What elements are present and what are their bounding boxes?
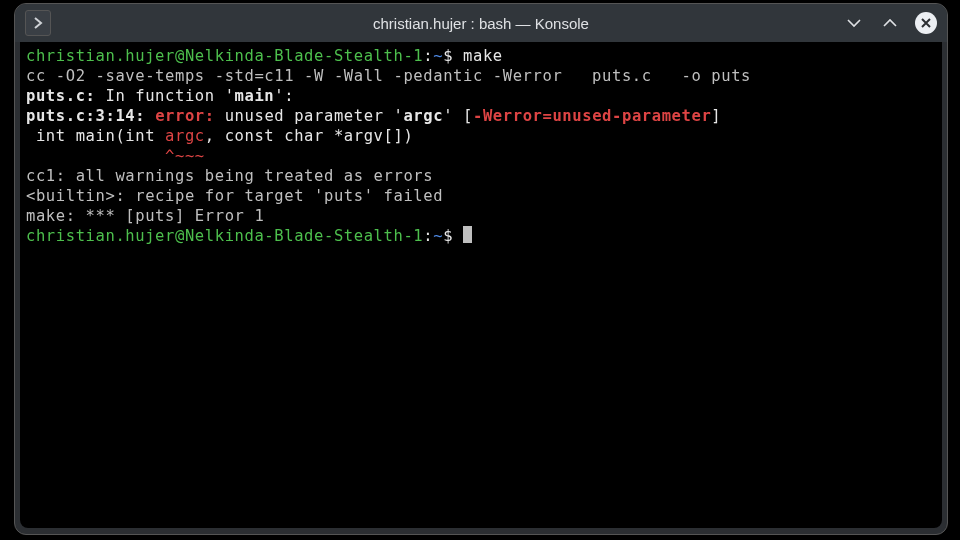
titlebar[interactable]: christian.hujer : bash — Konsole <box>15 4 947 42</box>
close-icon <box>920 17 932 29</box>
window-controls <box>843 12 937 34</box>
src-pre: int main(int <box>26 127 165 145</box>
maximize-button[interactable] <box>879 12 901 34</box>
prompt-dollar: $ <box>443 47 463 65</box>
minimize-button[interactable] <box>843 12 865 34</box>
diag-msg1: unused parameter ' <box>225 107 404 125</box>
diag-infunc-suf: ': <box>274 87 294 105</box>
chevron-up-icon <box>882 15 898 31</box>
konsole-window: christian.hujer : bash — Konsole christi… <box>14 3 948 535</box>
caret-pad <box>26 147 165 165</box>
prompt2-dollar: $ <box>443 227 463 245</box>
close-button[interactable] <box>915 12 937 34</box>
diag-msg2: ' [ <box>443 107 473 125</box>
make-error-line: make: *** [puts] Error 1 <box>26 207 264 225</box>
diag-werror: -Werror=unused-parameter <box>473 107 711 125</box>
builtin-line: <builtin>: recipe for target 'puts' fail… <box>26 187 443 205</box>
caret-marker: ^~~~ <box>165 147 205 165</box>
diag-argc: argc <box>403 107 443 125</box>
prompt-sep: : <box>423 47 433 65</box>
diag-main: main <box>235 87 275 105</box>
cc1-line: cc1: all warnings being treated as error… <box>26 167 433 185</box>
src-post: , const char *argv[]) <box>205 127 414 145</box>
command-make: make <box>463 47 503 65</box>
diag-loc: puts.c:3:14: <box>26 107 155 125</box>
chevron-right-icon <box>33 17 43 29</box>
cursor <box>463 226 472 243</box>
prompt-userhost: christian.hujer@Nelkinda-Blade-Stealth-1 <box>26 47 423 65</box>
diag-error-word: error: <box>155 107 225 125</box>
terminal-viewport[interactable]: christian.hujer@Nelkinda-Blade-Stealth-1… <box>20 42 942 528</box>
src-argc: argc <box>165 127 205 145</box>
prompt2-sep: : <box>423 227 433 245</box>
cc-invocation: cc -O2 -save-temps -std=c11 -W -Wall -pe… <box>26 67 751 85</box>
prompt2-cwd: ~ <box>433 227 443 245</box>
prompt2-userhost: christian.hujer@Nelkinda-Blade-Stealth-1 <box>26 227 423 245</box>
diag-close: ] <box>711 107 721 125</box>
diag-file: puts.c: <box>26 87 96 105</box>
prompt-cwd: ~ <box>433 47 443 65</box>
diag-infunc: In function ' <box>96 87 235 105</box>
window-title: christian.hujer : bash — Konsole <box>15 15 947 32</box>
menu-button[interactable] <box>25 10 51 36</box>
titlebar-left <box>25 10 61 36</box>
chevron-down-icon <box>846 15 862 31</box>
